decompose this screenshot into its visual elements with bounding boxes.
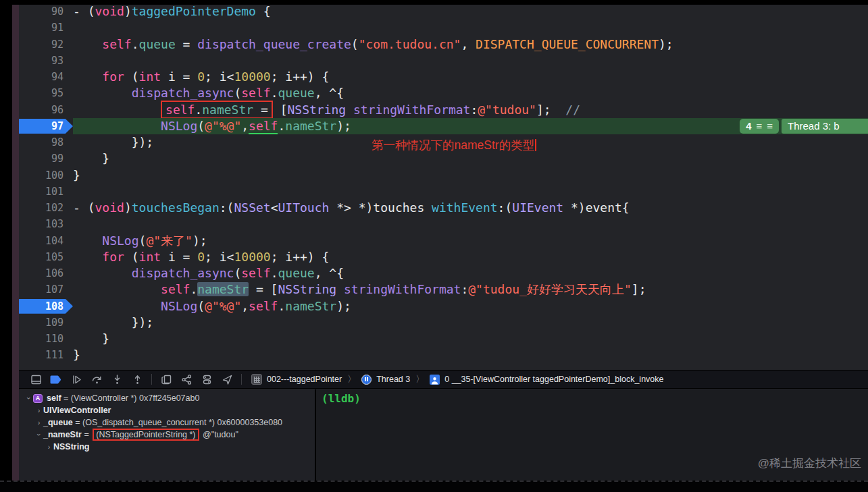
code-token: *> *)touches (329, 200, 432, 215)
breakpoint-indicator[interactable]: 108 (19, 299, 73, 314)
chevron-collapsed-icon[interactable]: › (45, 443, 53, 451)
chevron-expanded-icon[interactable]: › (35, 431, 43, 439)
line-number[interactable]: 96 (19, 103, 73, 117)
line-number[interactable]: 105 (19, 250, 73, 265)
code-token: , ^{ (315, 86, 344, 100)
stack-frame-icon (430, 375, 440, 385)
code-token: stringWithFormat (353, 103, 470, 117)
code-token: self (102, 37, 131, 51)
code-line-content: } (73, 331, 868, 347)
code-token: ( (139, 234, 147, 248)
line-number[interactable]: 104 (19, 234, 73, 248)
chevron-expanded-icon[interactable]: › (25, 394, 33, 403)
variable-row[interactable]: ›NSString (19, 441, 315, 453)
code-token (73, 86, 132, 100)
code-token: NSLog (161, 299, 197, 313)
code-line: 111} (19, 347, 868, 363)
variable-row[interactable]: ›_queue = (OS_dispatch_queue_concurrent … (19, 416, 315, 429)
code-line-content: NSLog(@"%@",self.nameStr); (73, 298, 868, 315)
code-token: queue (278, 86, 314, 100)
line-number[interactable]: 102 (19, 200, 73, 215)
code-token: self (241, 266, 270, 280)
line-number[interactable]: 99 (19, 151, 73, 166)
code-token: queue (278, 266, 314, 280)
code-token: , ^{ (315, 266, 344, 280)
hide-debug-area-button[interactable] (26, 371, 46, 387)
jump-bar-process[interactable]: 002---taggedPointer (267, 375, 342, 384)
variable-row[interactable]: ›Aself = (ViewController *) 0x7ff245e07a… (19, 392, 315, 404)
line-number[interactable]: 111 (19, 348, 73, 362)
line-number[interactable]: 93 (19, 53, 73, 68)
variable-name: self (47, 393, 61, 403)
code-line-content (73, 20, 868, 36)
line-number[interactable]: 106 (19, 266, 73, 281)
debug-view-hierarchy-button[interactable] (156, 371, 176, 387)
simulate-location-button[interactable] (217, 371, 237, 387)
code-line: 104 NSLog(@"来了"); (19, 233, 868, 249)
environment-overrides-button[interactable] (197, 371, 217, 387)
code-line: 97 NSLog(@"%@",self.nameStr);4≡≡Thread 3… (19, 118, 868, 134)
code-line-content: for (int i = 0; i<10000; i++) { (73, 249, 868, 265)
step-out-button[interactable] (127, 371, 147, 387)
top-crop-bar (0, 0, 868, 5)
code-token: ]; (536, 103, 565, 117)
code-token: "com.tudou.cn" (359, 37, 461, 51)
jump-bar-frame[interactable]: 0 __35-[ViewController taggedPointerDemo… (444, 375, 663, 384)
code-line: 107 self.nameStr = [NSString stringWithF… (19, 281, 868, 298)
line-number[interactable]: 90 (19, 4, 73, 19)
line-number[interactable]: 91 (19, 20, 73, 35)
code-token: int (139, 70, 161, 84)
line-number[interactable]: 107 (19, 282, 73, 297)
code-token: NSString (287, 103, 346, 117)
continue-button[interactable] (66, 371, 86, 387)
line-number[interactable]: 101 (19, 184, 73, 199)
line-number[interactable]: 98 (19, 135, 73, 150)
line-number[interactable]: 103 (19, 217, 73, 231)
code-token: @"%@" (205, 119, 241, 133)
code-token: ; i< (205, 250, 234, 264)
step-over-button[interactable] (86, 371, 107, 387)
line-number[interactable]: 109 (19, 315, 73, 330)
variable-name: NSString (53, 442, 89, 452)
thread-icon (361, 375, 372, 385)
code-line: 96 self.nameStr = [NSString stringWithFo… (19, 102, 868, 118)
code-token: UITouch (278, 200, 329, 215)
code-token: } (73, 331, 109, 346)
variable-row[interactable]: ›UIViewController (19, 404, 315, 416)
jump-bar-thread[interactable]: Thread 3 (376, 375, 410, 384)
memory-graph-button[interactable] (176, 371, 197, 387)
lldb-prompt: (lldb) (322, 392, 361, 405)
code-token: 10000 (234, 70, 270, 84)
code-token: . (278, 119, 285, 133)
app-icon[interactable] (251, 374, 262, 385)
line-number[interactable]: 95 (19, 86, 73, 101)
variable-row[interactable]: ›_nameStr = (NSTaggedPointerString *) @"… (19, 429, 315, 441)
breakpoints-toggle-button[interactable] (46, 371, 66, 387)
thread-breakpoint-label[interactable]: Thread 3: b (782, 119, 868, 134)
code-token (73, 103, 161, 117)
chevron-collapsed-icon[interactable]: › (34, 406, 43, 414)
line-number[interactable]: 94 (19, 70, 73, 84)
variables-view[interactable]: ›Aself = (ViewController *) 0x7ff245e07a… (19, 389, 315, 481)
code-token: dispatch_queue_create (197, 37, 351, 51)
code-token: self (249, 299, 278, 313)
code-line-content: - (void)taggedPointerDemo { (73, 3, 868, 20)
code-line: 110 } (19, 331, 868, 347)
code-token: dispatch_async (132, 266, 234, 280)
code-line: 92 self.queue = dispatch_queue_create("c… (19, 36, 868, 53)
line-number[interactable]: 92 (19, 37, 73, 52)
line-number[interactable]: 110 (19, 331, 73, 346)
red-highlight-box: self.nameStr = (161, 101, 273, 119)
source-editor[interactable]: 90- (void)taggedPointerDemo {9192 self.q… (19, 0, 868, 370)
code-line-content: dispatch_async(self.queue, ^{ (73, 265, 868, 281)
code-line-content: } (73, 347, 868, 363)
console-view[interactable]: (lldb) @稀土掘金技术社区 (316, 389, 868, 481)
thread-count-badge[interactable]: 4≡≡ (740, 119, 779, 134)
code-token: @"tudou_好好学习天天向上" (468, 282, 632, 296)
step-into-button[interactable] (107, 371, 127, 387)
breakpoint-indicator[interactable]: 97 (19, 119, 73, 134)
line-number[interactable]: 100 (19, 168, 73, 183)
code-token: ( (234, 86, 241, 100)
code-token: @"tudou" (478, 103, 536, 117)
chevron-collapsed-icon[interactable]: › (34, 418, 43, 427)
